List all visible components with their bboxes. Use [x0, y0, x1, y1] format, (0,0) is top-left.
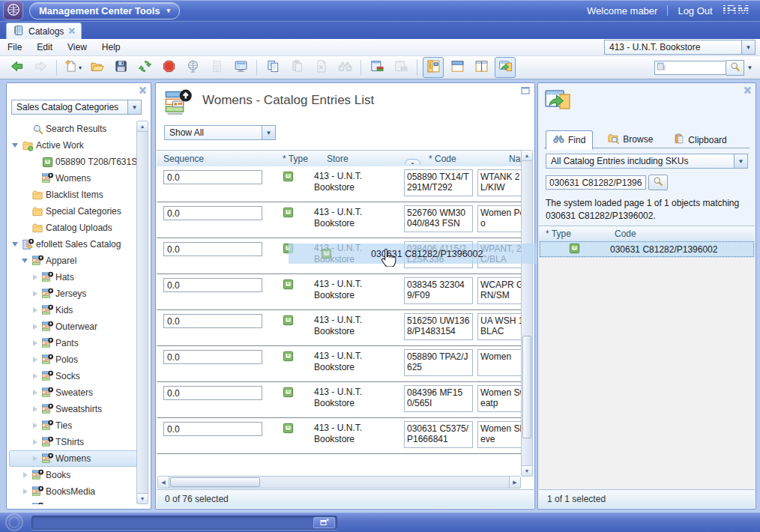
scrollbar-thumb[interactable]: [522, 336, 531, 438]
column-header-code[interactable]: Code: [610, 229, 738, 239]
management-center-tools-menu-button[interactable]: Management Center Tools ▾: [29, 2, 180, 19]
column-header-type[interactable]: * Type: [276, 154, 320, 164]
menu-item[interactable]: Help: [94, 42, 128, 52]
toolbar-explorer-view-button[interactable]: ▾: [423, 57, 444, 78]
tree-item[interactable]: Apparel: [9, 253, 137, 269]
tree-item[interactable]: Socks: [9, 368, 137, 384]
column-header-code[interactable]: * Code: [422, 154, 502, 164]
name-cell[interactable]: Women Sweatp: [477, 385, 522, 412]
expander-icon[interactable]: [31, 455, 39, 463]
table-row[interactable]: 413 - U.N.T. Bookstore 516250 UW1368/P14…: [157, 310, 522, 346]
code-cell[interactable]: 030631 C5375/P1666841: [404, 421, 473, 448]
toolbar-organization-button[interactable]: ▾: [207, 58, 226, 77]
column-header-sequence[interactable]: Sequence: [157, 154, 276, 164]
expander-icon[interactable]: [21, 504, 29, 505]
sequence-input[interactable]: [163, 170, 262, 184]
chevron-down-icon[interactable]: ▼: [741, 40, 755, 54]
scroll-right-icon[interactable]: ▶: [509, 477, 520, 488]
tree-item[interactable]: Blacklist Items: [9, 187, 137, 203]
toolbar-search-input[interactable]: [666, 61, 722, 73]
tree-item[interactable]: Outerwear: [9, 318, 137, 335]
expander-icon[interactable]: [21, 257, 29, 265]
toolbar-forward-button[interactable]: ▾: [31, 58, 50, 77]
scroll-up-icon[interactable]: ▲: [522, 151, 532, 161]
tree-item[interactable]: TShirts: [9, 434, 137, 450]
tree-item[interactable]: Hats: [9, 269, 137, 285]
toolbar-stop-button[interactable]: ▾: [159, 58, 178, 77]
expander-icon[interactable]: [31, 389, 39, 397]
column-header-store[interactable]: Store ▼: [320, 154, 422, 164]
expander-icon[interactable]: [31, 422, 39, 430]
tab-catalogs[interactable]: Catalogs ❌︎: [6, 22, 82, 39]
expander-icon[interactable]: [31, 438, 39, 447]
table-row[interactable]: 413 - U.N.T. Bookstore 030631 C5375/P166…: [157, 418, 522, 454]
scroll-down-icon[interactable]: ▼: [137, 493, 148, 504]
toolbar-back-button[interactable]: ▾: [7, 58, 26, 77]
toolbar-web-preview-button[interactable]: ▾: [183, 58, 202, 77]
expander-icon[interactable]: [31, 372, 39, 381]
scroll-left-icon[interactable]: ◀: [158, 477, 169, 488]
logout-link[interactable]: Log Out: [678, 5, 712, 16]
find-search-button[interactable]: [648, 175, 668, 190]
toolbar-open-button[interactable]: ▾: [87, 58, 106, 77]
name-cell[interactable]: WCAPR GRN/SM: [477, 277, 522, 304]
toolbar-delete-button[interactable]: ▾: [311, 58, 331, 77]
expander-icon[interactable]: [11, 142, 19, 150]
tree-item[interactable]: Sweatshirts: [9, 401, 137, 417]
sequence-input[interactable]: [163, 314, 262, 328]
menu-item[interactable]: File: [0, 42, 29, 52]
expander-icon[interactable]: [31, 339, 39, 348]
tree-item[interactable]: Pants: [9, 335, 137, 351]
tree-item[interactable]: Books: [9, 467, 137, 483]
sequence-input[interactable]: [163, 386, 262, 400]
name-cell[interactable]: Women: [477, 349, 522, 376]
table-row[interactable]: 413 - U.N.T. Bookstore 038345 323049/F09…: [157, 274, 522, 310]
toolbar-new-button[interactable]: ▾: [63, 58, 82, 77]
sequence-input[interactable]: [163, 350, 262, 364]
tree-item[interactable]: Clothing: [9, 500, 137, 504]
expander-icon[interactable]: [31, 323, 39, 331]
close-icon[interactable]: ❌︎: [744, 86, 751, 95]
toolbar-entries-list-button[interactable]: ▾: [367, 58, 387, 77]
tree-item[interactable]: efollett Sales Catalog: [9, 236, 137, 253]
expander-icon[interactable]: [31, 306, 39, 315]
find-type-selector[interactable]: All Catalog Entries including SKUs ▼: [546, 154, 748, 169]
tree-item[interactable]: Polos: [9, 351, 137, 368]
sequence-input[interactable]: [163, 242, 262, 256]
code-cell[interactable]: 526760 WM30040/843 FSN: [404, 205, 473, 232]
tree-item[interactable]: Sweaters: [9, 384, 137, 401]
table-row[interactable]: 413 - U.N.T. Bookstore 058890 TPA2/J625 …: [157, 346, 522, 382]
name-cell[interactable]: WTANK 2L/KIW: [477, 169, 522, 196]
toolbar-refresh-button[interactable]: ▾: [135, 58, 154, 77]
store-filter-button[interactable]: ▼: [405, 159, 420, 164]
scroll-down-icon[interactable]: ▼: [522, 465, 532, 476]
explorer-view-selector[interactable]: Sales Catalog Categories ▼: [11, 100, 142, 115]
expander-icon[interactable]: [31, 273, 39, 282]
toolbar-copy-button[interactable]: ▾: [263, 58, 283, 77]
tab-close-icon[interactable]: ❌︎: [68, 26, 74, 36]
chevron-down-icon[interactable]: ▾: [79, 64, 82, 71]
maximize-icon[interactable]: [521, 86, 530, 97]
tree-item[interactable]: Active Work: [9, 137, 137, 154]
expander-icon[interactable]: [21, 224, 29, 232]
tree-item[interactable]: Womens: [9, 170, 137, 187]
name-cell[interactable]: Women Sleeve: [477, 421, 522, 448]
table-row[interactable]: 413 - U.N.T. Bookstore 084396 MF150/565I…: [157, 382, 522, 418]
code-cell[interactable]: 038345 323049/F09: [404, 277, 473, 304]
search-options-dropdown[interactable]: ▼: [744, 61, 756, 75]
expander-icon[interactable]: [31, 290, 39, 298]
chevron-down-icon[interactable]: ▼: [127, 100, 141, 114]
name-cell[interactable]: UA WSH 1/BLAC: [477, 313, 522, 340]
toolbar-paste-button[interactable]: ▾: [287, 58, 307, 77]
scroll-up-icon[interactable]: ▲: [137, 121, 148, 132]
utilities-tab[interactable]: Browse: [600, 130, 660, 149]
sidebar-scrollbar[interactable]: ▲ ▼: [136, 121, 148, 504]
find-search-input[interactable]: [546, 175, 646, 190]
chevron-down-icon[interactable]: ▼: [262, 126, 275, 139]
store-selector[interactable]: 413 - U.N.T. Bookstore ▼: [604, 40, 756, 55]
utilities-tab[interactable]: Find: [546, 130, 593, 150]
table-horizontal-scrollbar[interactable]: ◀ ▶: [157, 476, 521, 489]
expander-icon[interactable]: [21, 471, 29, 480]
tree-item[interactable]: Search Results: [9, 121, 137, 137]
name-cell[interactable]: Women Polo: [477, 205, 522, 232]
